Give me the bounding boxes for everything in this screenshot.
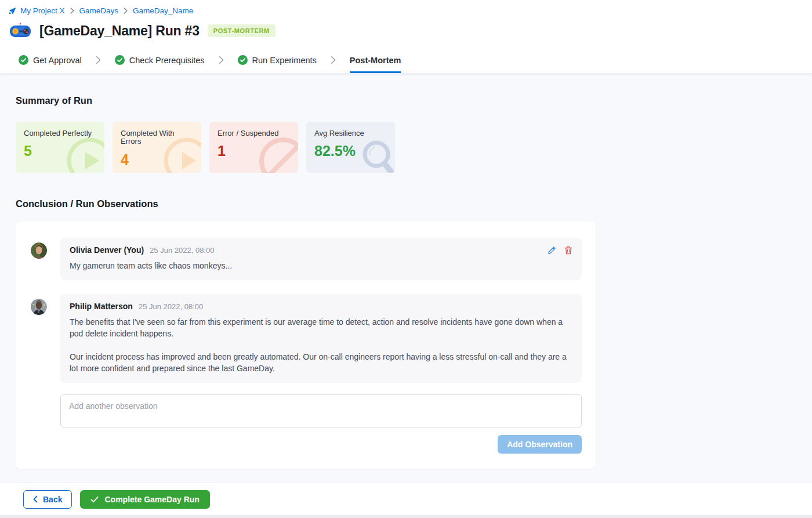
comment-row: Olivia Denver (You) 25 Jun 2022, 08:00 M…: [31, 238, 582, 280]
breadcrumb-link-gamedays[interactable]: GameDays: [79, 6, 119, 15]
pencil-icon: [548, 246, 556, 255]
avatar-olivia: [31, 242, 47, 259]
observations-heading: Conclusion / Run Observations: [16, 198, 812, 209]
page-header: My Project X GameDays GameDay_Name [Game…: [0, 0, 812, 47]
comment-text: The benefits that I've seen so far from …: [70, 316, 572, 374]
project-icon: [8, 6, 17, 15]
observation-input[interactable]: [60, 394, 582, 428]
comment-author: Olivia Denver (You): [70, 245, 144, 255]
comment-row: Philip Matterson 25 Jun 2022, 08:00 The …: [31, 294, 582, 383]
check-icon: [90, 496, 99, 503]
footer-bar: Back Complete GameDay Run: [0, 483, 812, 515]
stat-label: Completed With Errors: [121, 129, 193, 146]
add-observation-area: Add Observation: [60, 394, 582, 454]
gamepad-icon: [9, 23, 31, 39]
stat-card-completed-with-errors: Completed With Errors 4: [113, 122, 201, 173]
step-get-approval[interactable]: Get Approval: [19, 47, 82, 73]
back-button[interactable]: Back: [23, 490, 72, 509]
comment-bubble: Olivia Denver (You) 25 Jun 2022, 08:00 M…: [60, 238, 582, 280]
breadcrumb: My Project X GameDays GameDay_Name: [0, 0, 812, 15]
chevron-right-icon: [331, 47, 336, 73]
page-title: [GameDay_Name] Run #3: [39, 23, 200, 39]
step-label: Run Experiments: [252, 56, 317, 65]
stat-value: 5: [24, 143, 96, 160]
chevron-left-icon: [33, 495, 38, 503]
stat-value: 1: [217, 143, 290, 160]
run-stepper: Get Approval Check Prerequisites Run Exp…: [0, 47, 812, 74]
chevron-right-icon: [70, 8, 74, 14]
chevron-right-icon: [96, 47, 101, 73]
main-content: Summary of Run Completed Perfectly 5 Com…: [0, 74, 812, 483]
trash-icon: [564, 246, 572, 255]
stat-label: Error / Suspended: [217, 129, 290, 137]
comment-author: Philip Matterson: [70, 302, 133, 311]
stat-card-avg-resilience: Avg Resilience 82.5%: [306, 122, 395, 173]
stat-label: Completed Perfectly: [24, 129, 96, 137]
step-label: Get Approval: [33, 56, 82, 65]
stat-card-completed-perfectly: Completed Perfectly 5: [16, 122, 104, 173]
comment-timestamp: 25 Jun 2022, 08:00: [139, 302, 203, 311]
step-run-experiments[interactable]: Run Experiments: [238, 47, 317, 73]
summary-heading: Summary of Run: [16, 95, 812, 106]
check-circle-icon: [115, 55, 125, 65]
step-post-mortem[interactable]: Post-Mortem: [350, 47, 401, 73]
observations-panel: Olivia Denver (You) 25 Jun 2022, 08:00 M…: [16, 222, 596, 469]
stat-label: Avg Resilience: [314, 129, 387, 137]
stat-card-error-suspended: Error / Suspended 1: [209, 122, 298, 173]
stat-value: 4: [121, 151, 193, 168]
chevron-right-icon: [219, 47, 224, 73]
summary-cards: Completed Perfectly 5 Completed With Err…: [16, 122, 812, 173]
edit-comment-button[interactable]: [548, 246, 556, 255]
breadcrumb-link-gameday-name[interactable]: GameDay_Name: [133, 6, 193, 15]
chevron-right-icon: [124, 8, 128, 14]
bottom-strip: [0, 515, 812, 518]
comment-text: My gamerun team acts like chaos monkeys.…: [70, 260, 572, 271]
check-circle-icon: [238, 55, 248, 65]
status-badge: POST-MORTERM: [208, 24, 276, 37]
check-circle-icon: [19, 55, 28, 65]
add-observation-button[interactable]: Add Observation: [498, 435, 582, 454]
delete-comment-button[interactable]: [564, 246, 572, 255]
step-label: Post-Mortem: [350, 56, 401, 65]
title-row: [GameDay_Name] Run #3 POST-MORTERM: [0, 15, 812, 47]
step-check-prerequisites[interactable]: Check Prerequisites: [115, 47, 205, 73]
breadcrumb-link-project[interactable]: My Project X: [20, 6, 65, 15]
stat-value: 82.5%: [314, 143, 387, 160]
avatar-philip: [31, 299, 47, 315]
step-label: Check Prerequisites: [129, 56, 205, 65]
comment-bubble: Philip Matterson 25 Jun 2022, 08:00 The …: [60, 294, 582, 383]
complete-gameday-run-button[interactable]: Complete GameDay Run: [80, 490, 209, 509]
comment-timestamp: 25 Jun 2022, 08:00: [150, 246, 214, 255]
